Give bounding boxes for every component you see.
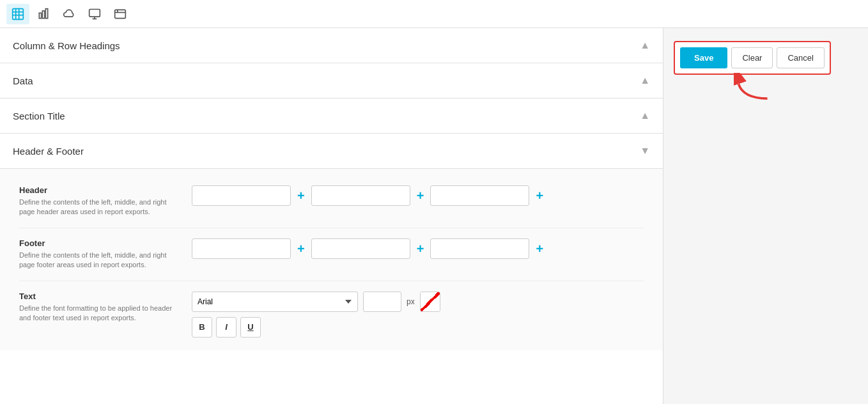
footer-middle-input[interactable] (311, 238, 410, 259)
svg-rect-0 (13, 8, 24, 19)
footer-middle-plus[interactable]: + (417, 242, 424, 255)
text-label: Text (19, 291, 179, 301)
bold-button[interactable]: B (192, 317, 212, 338)
header-left-input[interactable] (192, 185, 291, 206)
font-select-wrapper: Arial Times New Roman Courier New Georgi… (192, 291, 358, 312)
color-swatch-inner (421, 292, 440, 311)
header-description: Define the contents of the left, middle,… (19, 198, 179, 217)
svg-rect-8 (89, 9, 100, 17)
svg-rect-11 (115, 10, 126, 18)
svg-rect-6 (42, 11, 44, 19)
right-panel: Save Clear Cancel (663, 28, 868, 404)
footer-left-plus[interactable]: + (297, 242, 305, 255)
section-data-chevron: ▲ (640, 75, 650, 86)
footer-subsection: Footer Define the contents of the left, … (19, 228, 644, 281)
underline-button[interactable]: U (240, 317, 261, 338)
section-column-row-headings-chevron: ▲ (640, 40, 650, 51)
italic-button[interactable]: I (216, 317, 236, 338)
font-size-input[interactable] (363, 291, 401, 312)
text-formatting-fields: Arial Times New Roman Courier New Georgi… (192, 291, 644, 338)
section-header-footer-header[interactable]: Header & Footer ▼ (0, 134, 663, 169)
svg-rect-7 (45, 8, 47, 18)
header-right-input[interactable] (430, 185, 529, 206)
section-header-footer-title: Header & Footer (13, 134, 84, 168)
footer-fields: + + + (192, 238, 644, 259)
header-right-plus[interactable]: + (536, 189, 543, 202)
text-label-area: Text Define the font formatting to be ap… (19, 291, 179, 323)
text-subsection: Text Define the font formatting to be ap… (19, 281, 644, 344)
header-label-area: Header Define the contents of the left, … (19, 185, 179, 217)
toolbar (0, 0, 868, 28)
section-data[interactable]: Data ▲ (0, 63, 663, 98)
section-section-title[interactable]: Section Title ▲ (0, 98, 663, 134)
footer-left-input[interactable] (192, 238, 291, 259)
header-footer-content: Header Define the contents of the left, … (0, 169, 663, 350)
footer-right-input[interactable] (430, 238, 529, 259)
arrow-annotation (734, 73, 772, 107)
section-column-row-headings-title: Column & Row Headings (13, 29, 120, 63)
footer-label: Footer (19, 238, 179, 248)
monitor-icon[interactable] (83, 4, 106, 24)
header-subsection: Header Define the contents of the left, … (19, 175, 644, 228)
chart-icon[interactable] (32, 4, 55, 24)
cancel-button[interactable]: Cancel (777, 47, 824, 68)
footer-right-plus[interactable]: + (536, 242, 543, 255)
color-swatch[interactable] (420, 291, 440, 312)
section-column-row-headings[interactable]: Column & Row Headings ▲ (0, 28, 663, 63)
section-section-title-label: Section Title (13, 99, 65, 133)
section-section-title-chevron: ▲ (640, 110, 650, 121)
cloud-icon[interactable] (58, 4, 81, 24)
window-icon[interactable] (109, 4, 132, 24)
header-left-plus[interactable]: + (297, 189, 305, 202)
font-select[interactable]: Arial Times New Roman Courier New Georgi… (192, 291, 358, 312)
action-buttons-container: Save Clear Cancel (674, 41, 831, 75)
header-middle-plus[interactable]: + (417, 189, 424, 202)
arrow-icon (734, 73, 772, 105)
left-panel: Column & Row Headings ▲ Data ▲ Section T… (0, 28, 663, 404)
header-label: Header (19, 185, 179, 195)
footer-description: Define the contents of the left, middle,… (19, 251, 179, 270)
svg-rect-5 (39, 13, 41, 18)
table-icon[interactable] (6, 4, 29, 24)
footer-label-area: Footer Define the contents of the left, … (19, 238, 179, 270)
section-header-footer-chevron: ▼ (640, 145, 650, 157)
text-description: Define the font formatting to be applied… (19, 304, 179, 323)
section-data-title: Data (13, 64, 33, 98)
text-row1: Arial Times New Roman Courier New Georgi… (192, 291, 644, 312)
section-header-footer: Header & Footer ▼ Header Define the cont… (0, 134, 663, 350)
save-button[interactable]: Save (680, 47, 727, 68)
header-fields: + + + (192, 185, 644, 206)
header-middle-input[interactable] (311, 185, 410, 206)
main-container: Column & Row Headings ▲ Data ▲ Section T… (0, 28, 868, 404)
text-row2: B I U (192, 317, 644, 338)
px-label: px (407, 297, 415, 306)
clear-button[interactable]: Clear (731, 47, 773, 68)
